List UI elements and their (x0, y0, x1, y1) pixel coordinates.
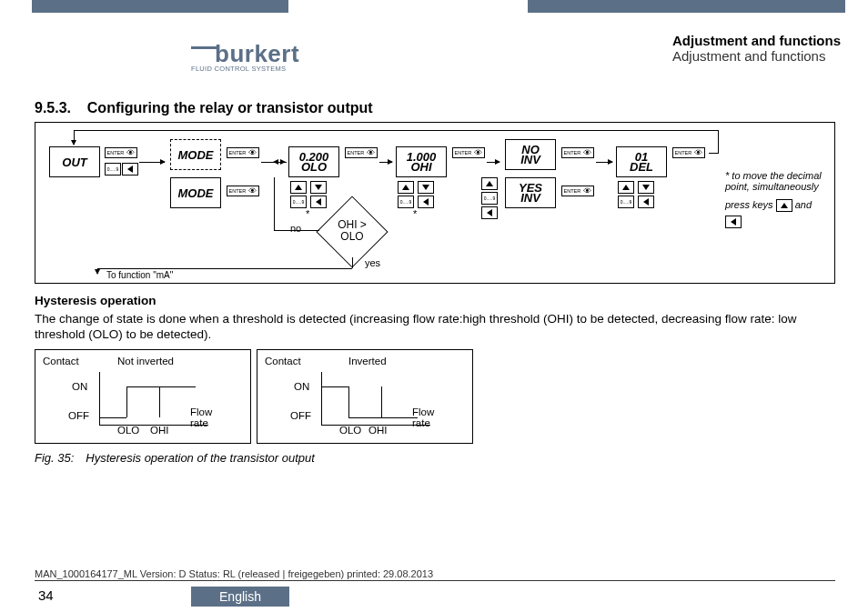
key-zero-nine: 0.....9 (398, 196, 414, 208)
lcd-mode-label: MODE (178, 188, 214, 198)
triangle-up-icon (486, 181, 493, 186)
key-up (290, 181, 307, 194)
connector (709, 153, 718, 154)
lcd-mode: MODE (170, 177, 221, 208)
triangle-up-icon (295, 185, 302, 190)
eye-icon: 👁 (248, 148, 257, 157)
enter-button: ENTER👁 (227, 147, 259, 158)
key-zero-nine: 0.....9 (481, 192, 498, 205)
note-line2: point, simultaneously (725, 181, 825, 192)
header-title-bold: Adjustment and functions (672, 33, 841, 48)
key-zero-nine: 0.....9 (290, 196, 307, 208)
label-off: OFF (68, 410, 89, 421)
key-down (310, 181, 327, 194)
triangle-left-icon (643, 198, 649, 206)
key-left (725, 216, 742, 228)
lcd-olo-label: OLO (301, 162, 327, 172)
label-ohi: OHI (368, 425, 387, 436)
hysteresis-chart-not-inverted: Contact Not inverted ON OFF OLO OHI Flow… (35, 349, 251, 444)
star-note: * (306, 208, 309, 219)
eye-icon: 👁 (126, 148, 135, 157)
eye-icon: 👁 (583, 186, 591, 196)
label-ohi: OHI (150, 425, 168, 436)
label-not-inverted: Not inverted (117, 356, 174, 366)
key-left (418, 196, 434, 208)
key-up (481, 177, 498, 190)
key-left (310, 196, 327, 208)
key-zero-nine: 0.....9 (105, 163, 121, 176)
hysteresis-chart-inverted: Contact Inverted ON OFF OLO OHI Flowrate (257, 349, 473, 444)
key-left (638, 196, 654, 208)
enter-button: ENTER👁 (227, 186, 259, 196)
lcd-out-label: OUT (62, 157, 86, 167)
triangle-left-icon (423, 198, 429, 206)
logo-text: burkert (215, 40, 299, 67)
note-line4: and (795, 199, 812, 210)
hysteresis-heading: Hysteresis operation (35, 293, 156, 308)
section-heading: 9.5.3. Configuring the relay or transist… (35, 100, 373, 116)
lcd-mode-dashed: MODE (170, 139, 221, 170)
connector (97, 268, 352, 269)
lcd-ohi: 1.000 OHI (396, 146, 447, 177)
key-down (638, 181, 654, 194)
enter-button: ENTER👁 (452, 147, 485, 158)
triangle-down-icon (315, 185, 322, 190)
top-color-bar (0, 0, 868, 13)
footer-metadata: MAN_1000164177_ML Version: D Status: RL … (35, 568, 835, 581)
label-off: OFF (290, 410, 311, 421)
key-left (122, 163, 138, 176)
section-title: Configuring the relay or transistor outp… (87, 100, 373, 115)
decision-line2: OLO (340, 230, 363, 243)
key-up (776, 199, 792, 212)
label-yes: yes (365, 257, 380, 268)
enter-button: ENTER👁 (561, 147, 594, 158)
decision-text: OHI > OLO (320, 219, 384, 243)
hysteresis-text: The change of state is done when a thres… (35, 311, 835, 342)
lcd-del-label2: DEL (630, 162, 653, 172)
label-olo: OLO (117, 425, 139, 436)
logo-tagline: FLUID CONTROL SYSTEMS (191, 65, 299, 73)
label-contact: Contact (43, 356, 79, 366)
flow-diagram: OUT ENTER👁 0.....9 MODE ENTER👁 MODE ENTE… (35, 122, 835, 284)
lcd-no-inv: NO INV (505, 139, 556, 170)
key-down (418, 181, 434, 194)
label-on: ON (294, 381, 309, 392)
enter-button: ENTER👁 (672, 147, 705, 158)
label-contact: Contact (265, 356, 301, 366)
triangle-down-icon (642, 185, 650, 190)
label-inverted: Inverted (348, 356, 387, 366)
key-left (481, 206, 498, 219)
connector (139, 162, 165, 163)
triangle-left-icon (487, 209, 492, 216)
eye-icon: 👁 (474, 148, 482, 157)
eye-icon: 👁 (694, 148, 702, 157)
note-line3: press keys (725, 199, 773, 210)
triangle-left-icon (731, 218, 736, 226)
figure-caption: Fig. 35: Hysteresis operation of the tra… (35, 451, 315, 465)
brand-logo: burkert FLUID CONTROL SYSTEMS (191, 40, 299, 73)
note-line1: * to move the decimal (725, 170, 825, 181)
lcd-mode-label: MODE (178, 150, 214, 160)
enter-button: ENTER👁 (105, 147, 137, 158)
triangle-left-icon (316, 198, 321, 206)
enter-button: ENTER👁 (561, 186, 594, 196)
section-number: 9.5.3. (35, 100, 71, 115)
triangle-up-icon (402, 185, 409, 190)
lcd-olo: 0.200 OLO (288, 146, 339, 177)
enter-button: ENTER👁 (345, 147, 378, 158)
lcd-ohi-label: OHI (410, 162, 431, 172)
eye-icon: 👁 (583, 148, 591, 157)
header-titles: Adjustment and functions Adjustment and … (672, 33, 841, 64)
connector (352, 257, 353, 268)
label-olo: OLO (339, 425, 361, 436)
triangle-up-icon (781, 203, 788, 208)
label-no: no (290, 223, 301, 234)
lcd-no-label2: INV (520, 155, 540, 165)
decision-line1: OHI > (338, 218, 367, 231)
eye-icon: 👁 (367, 148, 375, 157)
eye-icon: 👁 (248, 186, 257, 196)
connector (596, 162, 612, 163)
triangle-left-icon (127, 166, 133, 173)
connector (274, 162, 287, 163)
star-note: * (413, 208, 417, 219)
